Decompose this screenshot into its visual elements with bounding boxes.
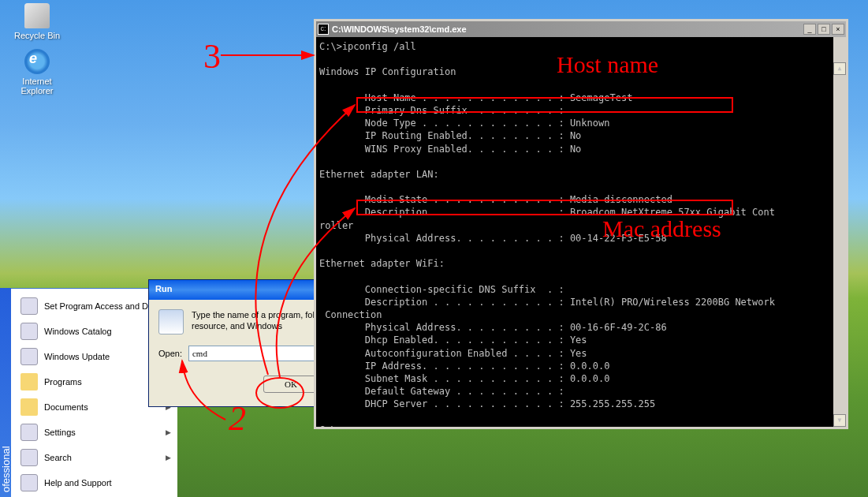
sm-item-settings[interactable]: Settings▶ bbox=[14, 420, 177, 445]
scroll-down-button[interactable]: ▼ bbox=[833, 414, 846, 427]
cmd-scrollbar[interactable]: ▲ ▼ bbox=[833, 37, 846, 427]
start-menu-stripe: ofessional bbox=[0, 288, 11, 497]
programs-icon bbox=[20, 373, 38, 390]
cmd-icon: c: bbox=[318, 24, 329, 35]
sm-label: Settings bbox=[44, 428, 76, 437]
cmd-output[interactable]: C:\>ipconfig /all Windows IP Configurati… bbox=[316, 37, 846, 427]
icon-label: Recycle Bin bbox=[9, 31, 65, 40]
close-button[interactable]: × bbox=[832, 24, 844, 35]
chevron-right-icon: ▶ bbox=[166, 454, 171, 462]
catalog-icon bbox=[20, 323, 38, 340]
sm-label: Set Program Access and D bbox=[44, 301, 148, 311]
settings-icon bbox=[20, 424, 38, 441]
documents-icon bbox=[20, 398, 38, 416]
sm-label: Help and Support bbox=[44, 478, 112, 488]
desktop-icon-recycle-bin[interactable]: Recycle Bin bbox=[9, 3, 65, 40]
chevron-right-icon: ▶ bbox=[166, 428, 171, 436]
ie-icon bbox=[24, 49, 50, 74]
search-icon bbox=[20, 449, 38, 466]
cmd-window: c: C:\WINDOWS\system32\cmd.exe _ □ × C:\… bbox=[314, 19, 848, 429]
cmd-title-text: C:\WINDOWS\system32\cmd.exe bbox=[332, 24, 802, 34]
sm-label: Windows Update bbox=[44, 352, 110, 361]
run-open-label: Open: bbox=[158, 349, 182, 358]
sm-item-search[interactable]: Search▶ bbox=[14, 445, 177, 470]
sm-label: Search bbox=[44, 453, 72, 462]
ok-button[interactable]: OK bbox=[263, 376, 319, 393]
sm-label: Windows Catalog bbox=[44, 327, 112, 336]
minimize-button[interactable]: _ bbox=[803, 24, 816, 35]
icon-label: Internet Explorer bbox=[9, 77, 65, 95]
scroll-up-button[interactable]: ▲ bbox=[833, 62, 846, 75]
annotation-step-3: 3 bbox=[203, 36, 221, 77]
sm-label: Programs bbox=[44, 377, 82, 387]
desktop-icon-ie[interactable]: Internet Explorer bbox=[9, 49, 65, 95]
update-icon bbox=[20, 348, 38, 365]
sm-label: Documents bbox=[44, 402, 88, 412]
annotation-arrow-3 bbox=[221, 47, 323, 63]
cmd-titlebar[interactable]: c: C:\WINDOWS\system32\cmd.exe _ □ × bbox=[316, 21, 846, 37]
program-access-icon bbox=[20, 297, 38, 315]
maximize-button[interactable]: □ bbox=[818, 24, 830, 35]
run-icon bbox=[158, 309, 184, 334]
sm-item-help[interactable]: Help and Support bbox=[14, 470, 177, 495]
scroll-track[interactable] bbox=[833, 101, 846, 427]
recycle-bin-icon bbox=[24, 3, 50, 28]
help-icon bbox=[20, 474, 38, 491]
